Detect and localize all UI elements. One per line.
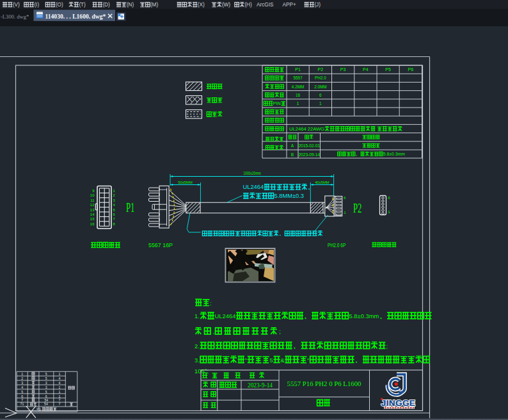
svg-text:P1: P1 xyxy=(36,407,42,411)
svg-text:P5: P5 xyxy=(385,67,391,72)
svg-text:3.: 3. xyxy=(194,357,200,364)
svg-text:P1: P1 xyxy=(295,67,301,72)
svg-text:(H): (H) xyxy=(244,2,252,8)
svg-text:2: 2 xyxy=(21,376,23,380)
svg-text:54: 54 xyxy=(44,398,48,402)
svg-text:UL2464 22AWG: UL2464 22AWG xyxy=(289,126,324,132)
svg-text:6: 6 xyxy=(21,394,23,398)
svg-text:5: 5 xyxy=(269,357,273,364)
svg-text:1: 1 xyxy=(21,372,23,376)
svg-text:54: 54 xyxy=(44,402,48,406)
svg-text:": " xyxy=(245,357,247,364)
svg-text:B: B xyxy=(291,152,294,157)
svg-text:2.: 2. xyxy=(194,343,200,350)
svg-text:11: 11 xyxy=(90,198,95,202)
svg-text:3: 3 xyxy=(45,385,47,389)
svg-text:(I): (I) xyxy=(34,2,39,8)
svg-text:P2: P2 xyxy=(318,67,324,72)
svg-text:12: 12 xyxy=(90,203,95,207)
svg-text:;: ; xyxy=(279,328,281,335)
svg-text:6: 6 xyxy=(45,394,47,398)
svg-text:4: 4 xyxy=(59,381,61,385)
svg-text:6: 6 xyxy=(344,196,345,200)
svg-text:&: & xyxy=(281,357,285,364)
svg-text:JINGGE: JINGGE xyxy=(381,398,415,408)
svg-text:(W): (W) xyxy=(222,2,230,8)
svg-text:ArcGIS: ArcGIS xyxy=(257,2,274,8)
svg-text:P1: P1 xyxy=(126,200,135,215)
svg-text:5557 P16 PH2 0 P6 L1600: 5557 P16 PH2 0 P6 L1600 xyxy=(287,380,361,387)
svg-text::: : xyxy=(210,300,212,307)
svg-text:": " xyxy=(307,357,309,364)
svg-text:P4: P4 xyxy=(363,67,369,72)
svg-text:6: 6 xyxy=(319,93,322,97)
svg-text:1: 1 xyxy=(59,372,61,376)
svg-text:4.2MM: 4.2MM xyxy=(292,85,305,89)
svg-text:13: 13 xyxy=(90,208,95,212)
svg-text:2015-02-01: 2015-02-01 xyxy=(298,143,320,148)
svg-text:(X): (X) xyxy=(198,2,205,8)
svg-text:PIN: PIN xyxy=(273,101,281,106)
svg-text:UL2464: UL2464 xyxy=(215,312,236,319)
svg-text:P2: P2 xyxy=(353,200,362,216)
svg-text:4: 4 xyxy=(59,376,61,380)
svg-text:1: 1 xyxy=(59,390,61,394)
svg-text:114030. . . L1600. dwg*: 114030. . . L1600. dwg* xyxy=(45,13,106,20)
svg-text:16: 16 xyxy=(296,93,301,97)
svg-text:1: 1 xyxy=(388,210,390,214)
svg-text:PH2.0: PH2.0 xyxy=(315,76,326,80)
svg-text:14: 14 xyxy=(90,213,95,216)
svg-text:(O): (O) xyxy=(56,2,63,8)
svg-text:4: 4 xyxy=(21,385,23,389)
svg-text:2.0MM: 2.0MM xyxy=(314,85,327,89)
svg-text:-L300. dwg*: -L300. dwg* xyxy=(1,13,29,20)
svg-text:1.: 1. xyxy=(194,312,200,319)
svg-text:5.8±0.3mm: 5.8±0.3mm xyxy=(383,152,405,156)
svg-text:5.8±0.3mm: 5.8±0.3mm xyxy=(349,312,379,319)
svg-text:16: 16 xyxy=(90,222,95,226)
svg-text:6: 6 xyxy=(388,196,390,200)
svg-text:5567 16P: 5567 16P xyxy=(148,242,173,248)
svg-text:1: 1 xyxy=(297,101,299,106)
svg-text:5.8MM±0.3: 5.8MM±0.3 xyxy=(274,193,304,199)
svg-text:2023-9-14: 2023-9-14 xyxy=(248,382,273,389)
svg-text:5: 5 xyxy=(45,390,47,394)
svg-text:P6: P6 xyxy=(408,67,414,72)
svg-text:1: 1 xyxy=(59,385,61,389)
svg-text:50±5MM: 50±5MM xyxy=(178,181,193,184)
svg-text:5557: 5557 xyxy=(293,76,303,80)
svg-text:5: 5 xyxy=(21,390,23,394)
svg-text:(M): (M) xyxy=(150,2,159,8)
svg-text:1000±20mm: 1000±20mm xyxy=(244,171,261,175)
svg-text:10: 10 xyxy=(90,193,95,197)
svg-text:71: 71 xyxy=(20,402,24,406)
svg-text:UL2464: UL2464 xyxy=(243,184,264,190)
svg-text:7: 7 xyxy=(21,398,23,402)
svg-text:7: 7 xyxy=(59,402,61,406)
svg-text:(V): (V) xyxy=(13,2,20,8)
svg-text:1: 1 xyxy=(59,394,61,398)
svg-text:;: ; xyxy=(386,343,388,350)
svg-text:P3: P3 xyxy=(340,67,346,72)
svg-text:(T): (T) xyxy=(79,2,86,8)
svg-text:5: 5 xyxy=(45,376,47,380)
svg-text:(D): (D) xyxy=(102,2,110,8)
svg-text:1: 1 xyxy=(319,101,322,106)
svg-text:2023-09-14: 2023-09-14 xyxy=(298,152,320,157)
svg-text:5: 5 xyxy=(45,372,47,376)
svg-text:A: A xyxy=(291,143,294,148)
svg-text:1: 1 xyxy=(344,211,346,214)
svg-text:3: 3 xyxy=(45,381,47,385)
svg-text:40±5MM: 40±5MM xyxy=(315,181,329,184)
svg-text:APP+: APP+ xyxy=(283,2,296,8)
svg-text:7: 7 xyxy=(59,398,61,402)
svg-text:(J): (J) xyxy=(314,2,321,8)
svg-text:3: 3 xyxy=(21,381,23,385)
svg-text:PH2.0 6P: PH2.0 6P xyxy=(328,242,346,248)
svg-text:15: 15 xyxy=(90,217,95,221)
svg-text:,: , xyxy=(213,328,215,335)
svg-text:(N): (N) xyxy=(127,2,134,8)
